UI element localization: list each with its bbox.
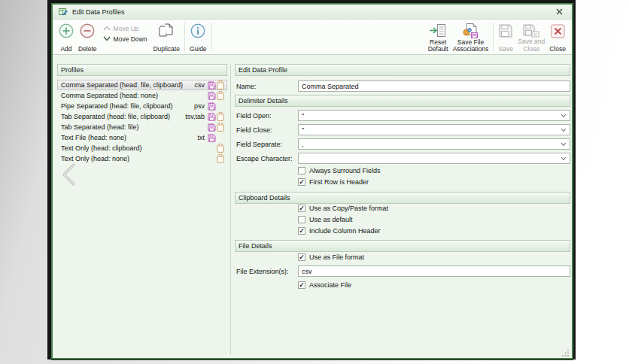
clipboard-icon bbox=[216, 91, 225, 100]
move-up-button[interactable]: Move Up bbox=[103, 25, 147, 32]
guide-button[interactable]: Guide bbox=[187, 21, 209, 53]
use-as-file-format-checkbox[interactable]: Use as File format bbox=[298, 253, 364, 261]
close-icon bbox=[556, 8, 563, 15]
profile-name: Text Only (head: clipboard) bbox=[61, 144, 205, 152]
field-close-label: Field Close: bbox=[236, 126, 272, 134]
checkbox-icon bbox=[298, 281, 305, 289]
profile-name: Tab Separated (head: file) bbox=[61, 123, 205, 131]
app-icon bbox=[59, 8, 68, 17]
field-separate-select[interactable]: , bbox=[298, 138, 570, 150]
toolbar-separator bbox=[184, 23, 185, 52]
checkbox-icon bbox=[298, 178, 305, 186]
combo-chevron-icon bbox=[561, 128, 567, 132]
field-open-select[interactable]: " bbox=[298, 110, 570, 121]
clipboard-icon bbox=[216, 154, 225, 163]
profile-list-item[interactable]: Comma Separated (head: file, clipboard) … bbox=[57, 80, 227, 90]
add-button[interactable]: Add bbox=[56, 21, 76, 53]
clipboard-details-header: Clipboard Details bbox=[235, 192, 570, 204]
file-save-icon bbox=[207, 102, 216, 111]
checkbox-icon bbox=[298, 227, 305, 235]
delimiter-details-header: Delimiter Details bbox=[235, 95, 570, 107]
clipboard-icon bbox=[216, 144, 225, 153]
move-down-button[interactable]: Move Down bbox=[103, 35, 147, 43]
checkbox-icon bbox=[298, 167, 305, 174]
field-open-label: Field Open: bbox=[236, 112, 272, 120]
file-save-icon bbox=[207, 92, 216, 100]
clipboard-icon bbox=[216, 80, 225, 89]
always-surround-fields-checkbox[interactable]: Always Surround Fields bbox=[298, 167, 381, 174]
profile-name: Text Only (head: none) bbox=[61, 155, 205, 162]
profile-name: Pipe Separated (head: file, clipboard) bbox=[61, 102, 194, 110]
file-extensions-input[interactable] bbox=[298, 265, 570, 277]
profiles-list: Comma Separated (head: file, clipboard) … bbox=[57, 80, 227, 164]
file-details-header: File Details bbox=[235, 240, 570, 252]
chevron-up-icon bbox=[103, 26, 111, 31]
save-button[interactable]: Save bbox=[496, 21, 515, 53]
file-save-icon bbox=[207, 123, 216, 132]
profile-list-item[interactable]: Text Only (head: none) bbox=[57, 153, 227, 164]
profile-name: Comma Separated (head: none) bbox=[61, 92, 205, 99]
close-button[interactable]: Close bbox=[547, 21, 568, 53]
file-save-icon bbox=[207, 134, 216, 142]
reset-default-button[interactable]: Reset Default bbox=[426, 21, 451, 53]
file-extensions-label: File Extension(s): bbox=[236, 268, 289, 275]
toolbar: Add Delete Move Up Move bbox=[53, 20, 572, 55]
profile-extensions: txt bbox=[197, 134, 205, 141]
titlebar: Edit Data Profiles bbox=[53, 5, 572, 20]
first-row-is-header-checkbox[interactable]: First Row is Header bbox=[298, 178, 369, 186]
file-save-icon bbox=[207, 81, 216, 89]
escape-character-label: Escape Character: bbox=[236, 155, 293, 162]
save-and-close-button[interactable]: Save and Close bbox=[515, 21, 547, 53]
profile-extensions: psv bbox=[194, 102, 205, 110]
profile-list-item[interactable]: Tab Separated (head: file) bbox=[57, 122, 227, 132]
move-buttons: Move Up Move Down bbox=[99, 21, 151, 53]
field-close-select[interactable]: " bbox=[298, 124, 570, 135]
profile-name: Comma Separated (head: file, clipboard) bbox=[61, 81, 195, 89]
duplicate-icon bbox=[158, 23, 175, 39]
profile-list-item[interactable]: Tab Separated (head: file, clipboard) ts… bbox=[57, 111, 227, 122]
name-input[interactable] bbox=[298, 80, 570, 92]
escape-character-select[interactable] bbox=[298, 153, 570, 164]
profile-extensions: tsv,tab bbox=[185, 113, 205, 120]
checkbox-icon bbox=[298, 253, 305, 261]
save-file-associations-button[interactable]: Save File Associations bbox=[451, 21, 491, 53]
profile-extensions: csv bbox=[195, 81, 205, 89]
clipboard-icon bbox=[216, 123, 225, 132]
save-file-associations-icon bbox=[461, 23, 479, 39]
window-title: Edit Data Profiles bbox=[72, 8, 125, 16]
chevron-down-icon bbox=[103, 36, 111, 41]
clipboard-icon bbox=[216, 112, 225, 121]
name-label: Name: bbox=[236, 83, 257, 90]
profile-list-item[interactable]: Comma Separated (head: none) bbox=[57, 90, 227, 101]
resize-grip[interactable] bbox=[562, 349, 570, 356]
add-icon bbox=[59, 23, 74, 39]
combo-chevron-icon bbox=[561, 156, 567, 161]
toolbar-right-group: Reset Default Save File Associati bbox=[426, 21, 568, 53]
save-icon bbox=[498, 23, 513, 39]
field-separate-label: Field Separate: bbox=[236, 141, 282, 148]
profile-name: Tab Separated (head: file, clipboard) bbox=[61, 113, 185, 120]
titlebar-close-button[interactable] bbox=[553, 8, 566, 15]
delete-button[interactable]: Delete bbox=[76, 21, 99, 53]
associate-file-checkbox[interactable]: Associate File bbox=[298, 281, 351, 289]
info-icon bbox=[190, 23, 205, 39]
profile-list-item[interactable]: Text Only (head: clipboard) bbox=[57, 143, 227, 153]
toolbar-separator bbox=[211, 23, 212, 52]
edit-data-profiles-dialog: Edit Data Profiles Add bbox=[51, 3, 573, 359]
use-as-copy-paste-format-checkbox[interactable]: Use as Copy/Paste format bbox=[298, 205, 388, 212]
profile-list-item[interactable]: Pipe Separated (head: file, clipboard) p… bbox=[57, 101, 227, 111]
profile-name: Text File (head: none) bbox=[61, 134, 197, 141]
combo-chevron-icon bbox=[561, 114, 567, 118]
file-save-icon bbox=[207, 113, 216, 121]
checkbox-icon bbox=[298, 205, 305, 212]
edit-panel-header: Edit Data Profile bbox=[235, 64, 570, 76]
delete-icon bbox=[80, 23, 95, 39]
use-as-default-checkbox[interactable]: Use as default bbox=[298, 216, 353, 223]
profiles-panel-header: Profiles bbox=[57, 64, 227, 76]
include-column-header-checkbox[interactable]: Include Column Header bbox=[298, 227, 381, 235]
save-and-close-icon bbox=[522, 23, 540, 38]
combo-chevron-icon bbox=[561, 142, 567, 147]
profile-list-item[interactable]: Text File (head: none) txt bbox=[57, 132, 227, 143]
collapse-panel-button[interactable] bbox=[60, 162, 78, 187]
duplicate-button[interactable]: Duplicate bbox=[150, 21, 181, 53]
